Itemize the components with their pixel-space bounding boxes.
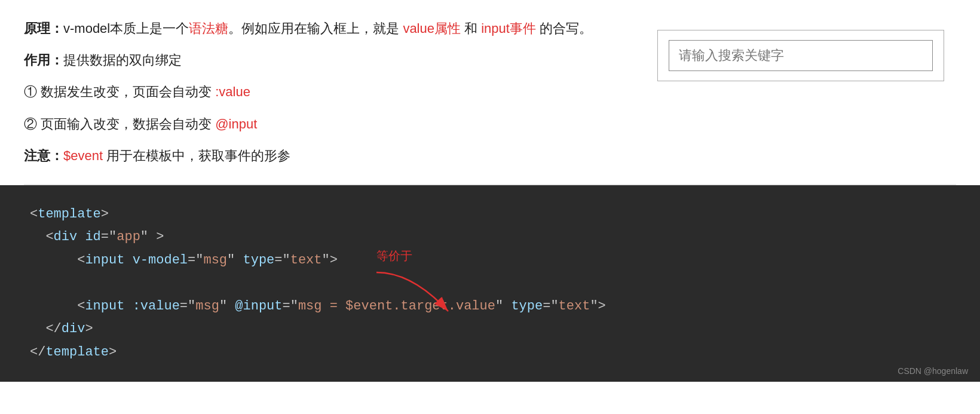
line-note: 注意：$event 用于在模板中，获取事件的形参 (24, 145, 621, 166)
principle-label: 原理： (24, 21, 63, 36)
principle-highlight3: input事件 (481, 21, 536, 36)
principle-text4: 的合写。 (536, 21, 592, 36)
note-text: 用于在模板中，获取事件的形参 (103, 148, 290, 163)
arrow-annotation: 等价于 (365, 248, 472, 320)
point2-highlight: @input (215, 116, 257, 131)
function-label: 作用： (24, 53, 63, 68)
search-input[interactable] (669, 40, 933, 71)
annotation-text: 等价于 (376, 248, 412, 264)
watermark: CSDN @hogenlaw (898, 366, 968, 376)
line-function: 作用：提供数据的双向绑定 (24, 50, 621, 70)
point1-highlight: :value (215, 84, 250, 99)
left-content: 原理：v-model本质上是一个语法糖。例如应用在输入框上，就是 value属性… (24, 18, 621, 166)
principle-highlight2: value属性 (403, 21, 461, 36)
right-content (645, 18, 956, 166)
point1-prefix: ① 数据发生改变，页面会自动变 (24, 84, 215, 99)
point2-prefix: ② 页面输入改变，数据会自动变 (24, 116, 215, 131)
code-section: <template> <div id="app" > <input v-mode… (0, 185, 980, 382)
principle-highlight1: 语法糖 (189, 21, 228, 36)
note-label: 注意： (24, 148, 63, 163)
arrow-icon (365, 266, 472, 320)
top-section: 原理：v-model本质上是一个语法糖。例如应用在输入框上，就是 value属性… (0, 0, 980, 178)
function-text: 提供数据的双向绑定 (63, 53, 182, 68)
principle-text2: 。例如应用在输入框上，就是 (228, 21, 403, 36)
principle-text3: 和 (461, 21, 481, 36)
line-point1: ① 数据发生改变，页面会自动变 :value (24, 81, 621, 102)
line-point2: ② 页面输入改变，数据会自动变 @input (24, 114, 621, 134)
code-block: <template> <div id="app" > <input v-mode… (30, 203, 950, 364)
line-principle: 原理：v-model本质上是一个语法糖。例如应用在输入框上，就是 value属性… (24, 18, 621, 39)
search-box-wrapper (657, 30, 944, 81)
note-highlight: $event (63, 148, 103, 163)
principle-text1: v-model本质上是一个 (63, 21, 189, 36)
